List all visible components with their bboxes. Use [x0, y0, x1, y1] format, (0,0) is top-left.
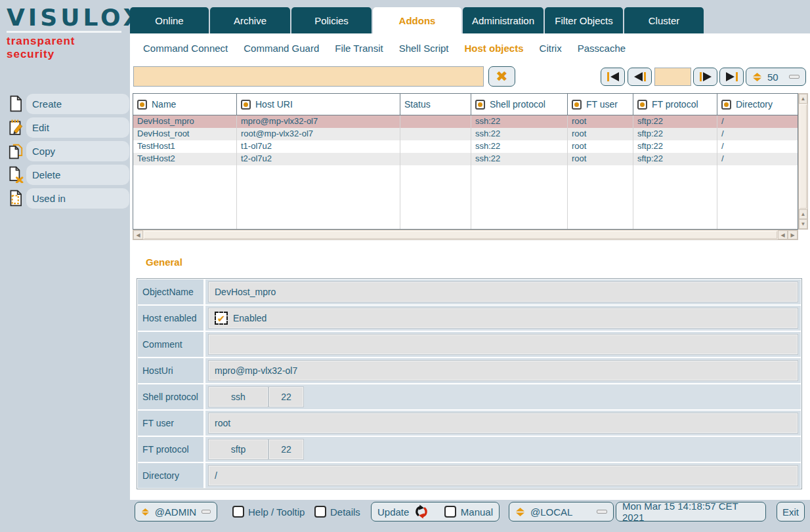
- cell-ft-user[interactable]: root: [568, 128, 633, 140]
- subnav-file-transit[interactable]: File Transit: [335, 43, 383, 54]
- objectname-field[interactable]: DevHost_mpro: [209, 282, 798, 302]
- column-header-shell-protocol[interactable]: Shell protocol: [471, 94, 568, 115]
- cell-status[interactable]: [400, 140, 471, 153]
- directory-field[interactable]: /: [209, 466, 798, 485]
- tab-online[interactable]: Online: [130, 7, 209, 33]
- scroll-up-icon[interactable]: ▲: [799, 209, 807, 219]
- update-group[interactable]: Update Manual: [371, 502, 500, 522]
- first-page-button[interactable]: [601, 68, 625, 86]
- details-checkbox[interactable]: [314, 506, 326, 518]
- ft-port-field[interactable]: 22: [269, 440, 303, 459]
- cell-directory[interactable]: /: [717, 115, 798, 128]
- table-row[interactable]: DevHost_root root@mp-vlx32-ol7 ssh:22 ro…: [133, 128, 798, 140]
- create-button[interactable]: Create: [26, 94, 129, 114]
- cell-shell-protocol[interactable]: ssh:22: [471, 153, 568, 165]
- cell-directory[interactable]: /: [717, 140, 798, 153]
- column-header-ft-user[interactable]: FT user: [568, 94, 633, 115]
- tab-administration[interactable]: Administration: [463, 7, 544, 33]
- scroll-right-icon[interactable]: ▶: [788, 230, 798, 239]
- exit-button[interactable]: Exit: [777, 502, 805, 522]
- sidebar-item-used-in[interactable]: Used in: [0, 188, 130, 209]
- shell-protocol-field[interactable]: ssh: [209, 387, 268, 407]
- table-row[interactable]: DevHost_mpro mpro@mp-vlx32-ol7 ssh:22 ro…: [133, 115, 798, 128]
- subnav-citrix[interactable]: Citrix: [540, 43, 562, 54]
- cell-shell-protocol[interactable]: ssh:22: [471, 115, 568, 128]
- help-tooltip-checkbox[interactable]: [232, 506, 244, 518]
- clear-search-button[interactable]: ✖: [488, 66, 515, 87]
- column-header-host-uri[interactable]: Host URI: [237, 94, 400, 115]
- cell-host-uri[interactable]: root@mp-vlx32-ol7: [237, 128, 400, 140]
- ft-user-field[interactable]: root: [209, 413, 798, 433]
- scroll-up-icon[interactable]: ▲: [799, 94, 807, 104]
- subnav-command-connect[interactable]: Command Connect: [143, 43, 228, 54]
- table-row[interactable]: TestHost2 t2-ol7u2 ssh:22 root sftp:22 /: [133, 153, 798, 165]
- delete-button[interactable]: Delete: [26, 165, 129, 185]
- cell-name[interactable]: TestHost2: [133, 153, 237, 165]
- local-scope-dropdown[interactable]: @LOCAL: [509, 502, 614, 522]
- used-in-button[interactable]: Used in: [26, 188, 129, 209]
- cell-ft-protocol[interactable]: sftp:22: [633, 140, 717, 153]
- tab-filter-objects[interactable]: Filter Objects: [545, 7, 623, 33]
- update-button[interactable]: Update: [377, 506, 409, 518]
- previous-page-button[interactable]: [628, 68, 652, 86]
- sidebar-item-edit[interactable]: Edit: [0, 117, 130, 138]
- scroll-left-icon[interactable]: ◀: [133, 230, 143, 239]
- tab-policies[interactable]: Policies: [291, 7, 372, 33]
- table-vertical-scrollbar[interactable]: ▲ ▲ ▼: [798, 93, 808, 230]
- sidebar-item-copy[interactable]: Copy: [0, 141, 130, 161]
- cell-status[interactable]: [400, 128, 471, 140]
- host-enabled-checkbox[interactable]: ✔: [215, 312, 228, 325]
- cell-directory[interactable]: /: [717, 153, 798, 165]
- column-header-status[interactable]: Status: [400, 94, 471, 115]
- cell-ft-user[interactable]: root: [568, 115, 633, 128]
- last-page-button[interactable]: [719, 68, 744, 86]
- next-page-button[interactable]: [693, 68, 717, 86]
- column-header-name[interactable]: Name: [133, 94, 237, 115]
- sidebar-item-delete[interactable]: Delete: [0, 165, 130, 185]
- table-row[interactable]: TestHost1 t1-ol7u2 ssh:22 root sftp:22 /: [133, 140, 798, 153]
- cell-ft-protocol[interactable]: sftp:22: [633, 115, 717, 128]
- vertical-scrollbar-thumb[interactable]: [799, 104, 807, 209]
- cell-host-uri[interactable]: t1-ol7u2: [237, 140, 400, 153]
- tab-addons[interactable]: Addons: [373, 7, 461, 34]
- cell-host-uri[interactable]: mpro@mp-vlx32-ol7: [237, 115, 400, 128]
- cell-ft-protocol[interactable]: sftp:22: [633, 128, 717, 140]
- cell-name[interactable]: DevHost_root: [133, 128, 237, 140]
- tab-archive[interactable]: Archive: [210, 7, 290, 33]
- column-header-directory[interactable]: Directory: [717, 94, 798, 115]
- scroll-left-icon[interactable]: ◀: [778, 230, 788, 239]
- shell-port-field[interactable]: 22: [269, 387, 303, 407]
- edit-button[interactable]: Edit: [26, 117, 129, 138]
- cell-status[interactable]: [400, 153, 471, 165]
- cell-host-uri[interactable]: t2-ol7u2: [237, 153, 400, 165]
- cell-shell-protocol[interactable]: ssh:22: [471, 140, 568, 153]
- page-number-input[interactable]: [654, 68, 691, 86]
- tab-cluster[interactable]: Cluster: [624, 7, 704, 33]
- cell-shell-protocol[interactable]: ssh:22: [471, 128, 568, 140]
- cell-ft-protocol[interactable]: sftp:22: [633, 153, 717, 165]
- help-tooltip-toggle[interactable]: Help / Tooltip: [232, 506, 305, 518]
- column-header-ft-protocol[interactable]: FT protocol: [633, 94, 717, 115]
- cell-name[interactable]: DevHost_mpro: [133, 115, 237, 128]
- subnav-passcache[interactable]: Passcache: [578, 43, 626, 54]
- datetime-display[interactable]: Mon Mar 15 14:18:57 CET 2021: [616, 502, 766, 522]
- cell-ft-user[interactable]: root: [568, 140, 633, 153]
- admin-scope-dropdown[interactable]: @ADMIN: [135, 502, 217, 522]
- details-toggle[interactable]: Details: [314, 506, 360, 518]
- subnav-command-guard[interactable]: Command Guard: [244, 43, 319, 54]
- horizontal-scrollbar-thumb[interactable]: [144, 231, 777, 239]
- page-size-dropdown[interactable]: 50: [746, 68, 806, 86]
- table-horizontal-scrollbar[interactable]: ◀ ◀ ▶: [133, 230, 798, 240]
- subnav-host-objects[interactable]: Host objects: [465, 43, 524, 54]
- cell-name[interactable]: TestHost1: [133, 140, 237, 153]
- search-input[interactable]: [133, 66, 484, 87]
- scroll-down-icon[interactable]: ▼: [799, 219, 807, 229]
- comment-field[interactable]: [209, 335, 798, 354]
- subnav-shell-script[interactable]: Shell Script: [399, 43, 449, 54]
- cell-ft-user[interactable]: root: [568, 153, 633, 165]
- sidebar-item-create[interactable]: Create: [0, 94, 130, 114]
- cell-directory[interactable]: /: [717, 128, 798, 140]
- manual-checkbox[interactable]: [444, 506, 456, 518]
- copy-button[interactable]: Copy: [26, 141, 129, 161]
- cell-status[interactable]: [400, 115, 471, 128]
